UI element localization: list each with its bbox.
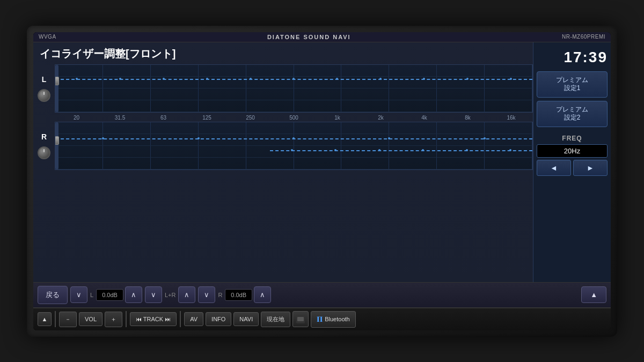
vol-label: VOL (79, 312, 103, 326)
l-horiz-lines (55, 65, 532, 112)
separator-1 (55, 311, 56, 327)
device-outer: WVGA DIATONE SOUND NAVI NR-MZ60PREMI イコラ… (27, 26, 617, 337)
dot-11 (489, 78, 532, 80)
lr-label: L+R (164, 292, 177, 298)
lr-down-button[interactable]: ∨ (145, 286, 162, 303)
model-label: NR-MZ60PREMI (562, 34, 605, 40)
eq-area: イコライザー調整[フロント] L (33, 42, 533, 282)
freq-500: 500 (272, 115, 316, 121)
freq-8k: 8k (446, 115, 489, 121)
rhl-4 (55, 158, 532, 169)
r-knob-icon[interactable] (38, 146, 50, 159)
preset-btn-1[interactable]: プレミアム設定1 (537, 71, 608, 98)
l-down-button[interactable]: ∨ (70, 286, 87, 303)
r-label: R (217, 292, 223, 298)
triangle-up-button[interactable]: ▲ (581, 286, 606, 303)
rdot-3 (246, 137, 342, 139)
map-icon (296, 315, 305, 323)
rhl-2 (55, 134, 532, 146)
hl-4 (55, 100, 532, 112)
bluetooth-icon: 𝚷 (317, 315, 323, 324)
rdot-5 (437, 137, 532, 139)
bluetooth-button[interactable]: 𝚷 Bluetooth (311, 311, 355, 328)
navi-button[interactable]: NAVI (233, 312, 259, 326)
r-eq-dots (55, 137, 532, 139)
rdot-7 (314, 149, 358, 151)
separator-2 (126, 311, 127, 327)
rdot-8 (357, 149, 401, 151)
vol-text: VOL (85, 316, 97, 322)
rhl-3 (55, 146, 532, 158)
freq-labels: 20 31.5 63 125 250 500 1k 2k 4k 8k 16k (55, 114, 533, 122)
freq-display-value: 20Hz (537, 144, 608, 158)
l-channel-section: L (33, 64, 533, 113)
rhl-1 (55, 122, 532, 134)
r-horiz-lines (55, 122, 532, 169)
r-down-button[interactable]: ∨ (198, 286, 215, 303)
freq-125: 125 (185, 115, 229, 121)
dot-2 (99, 78, 142, 80)
info-button[interactable]: INFO (206, 312, 231, 326)
freq-display: FREQ 20Hz ◄ ► (537, 135, 608, 176)
freq-prev-btn[interactable]: ◄ (537, 160, 571, 176)
lr-up-button[interactable]: ∧ (178, 286, 195, 303)
time-display: 17:39 (537, 47, 608, 68)
vol-plus-button[interactable]: ＋ (105, 312, 122, 327)
r-eq-dots-2 (270, 149, 532, 151)
l-up-button[interactable]: ∧ (125, 286, 142, 303)
back-button[interactable]: 戻る (38, 286, 68, 304)
av-button[interactable]: AV (184, 312, 203, 326)
preset-2-label: プレミアム設定2 (556, 106, 588, 122)
rdot-6 (270, 149, 314, 151)
r-channel-control: ∨ R 0.0dB ∧ (198, 286, 271, 303)
l-eq-graph (55, 64, 533, 113)
freq-1k: 1k (316, 115, 359, 121)
dot-4 (185, 78, 229, 80)
freq-display-label: FREQ (537, 135, 608, 142)
freq-20: 20 (55, 115, 98, 121)
l-channel-control: ∨ L 0.0dB ∧ (70, 286, 142, 303)
rdot-9 (401, 149, 445, 151)
r-side-label: R (33, 122, 55, 170)
dot-7 (316, 78, 359, 80)
location-button[interactable]: 現在地 (261, 312, 290, 327)
dot-6 (272, 78, 316, 80)
r-channel-label: R (41, 132, 47, 141)
r-slider-thumb[interactable] (55, 136, 59, 145)
hl-3 (55, 88, 532, 100)
dot-9 (402, 78, 446, 80)
dot-10 (445, 78, 489, 80)
bluetooth-label: Bluetooth (325, 316, 349, 322)
l-channel-label: L (42, 75, 47, 84)
hl-1 (55, 65, 532, 77)
freq-63: 63 (142, 115, 185, 121)
dot-3 (142, 78, 186, 80)
freq-next-btn[interactable]: ► (573, 160, 608, 176)
dot-1 (55, 78, 99, 80)
screen-type-label: WVGA (39, 34, 56, 40)
map-button[interactable] (292, 311, 309, 327)
bottom-button-bar: ▲ － VOL ＋ ⏮ TRACK ⏭ AV INFO NAVI 現在地 � (33, 307, 611, 330)
main-screen: イコライザー調整[フロント] L (33, 42, 611, 282)
separator-3 (180, 311, 181, 327)
freq-315: 31.5 (98, 115, 142, 121)
right-panel: 17:39 プレミアム設定1 プレミアム設定2 FREQ 20Hz ◄ ► (533, 42, 611, 282)
r-value: 0.0dB (225, 289, 252, 301)
l-slider-track (55, 65, 58, 112)
freq-16k: 16k (489, 115, 533, 121)
freq-250: 250 (229, 115, 272, 121)
preset-btn-2[interactable]: プレミアム設定2 (537, 101, 608, 127)
eject-button[interactable]: ▲ (38, 312, 52, 326)
rdot-11 (489, 149, 533, 151)
l-slider-thumb[interactable] (55, 77, 59, 85)
rdot-1 (55, 137, 151, 139)
freq-2k: 2k (359, 115, 402, 121)
l-side-label: L (33, 64, 55, 113)
l-value: 0.0dB (96, 289, 123, 301)
track-prev-button[interactable]: ⏮ TRACK ⏭ (130, 312, 177, 326)
l-knob-icon[interactable] (38, 89, 50, 102)
dot-5 (229, 78, 272, 80)
l-eq-dots (55, 78, 532, 80)
vol-minus-button[interactable]: － (59, 312, 77, 327)
r-up-button[interactable]: ∧ (254, 286, 271, 303)
